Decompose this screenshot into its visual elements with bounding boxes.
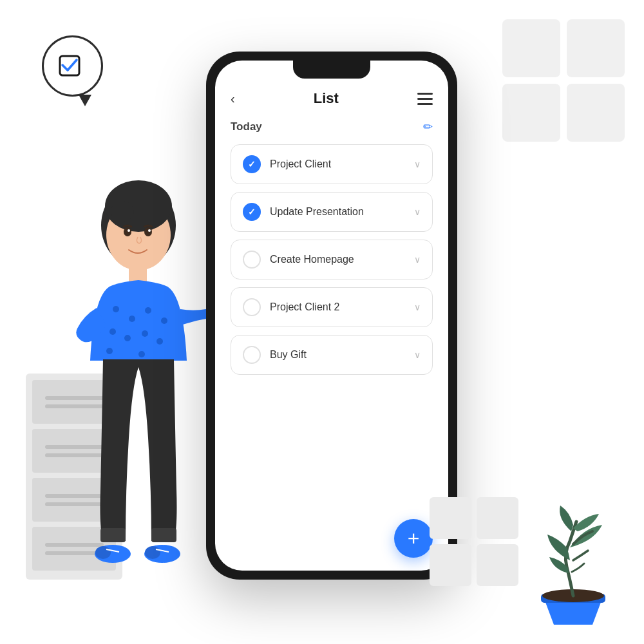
box-4 [477,544,518,586]
hamburger-menu-button[interactable] [417,93,433,105]
svg-point-11 [129,316,135,322]
svg-point-24 [95,546,111,559]
hamburger-line-1 [417,93,433,95]
task-chevron-3: ∨ [414,254,421,265]
app-title: List [314,90,339,107]
speech-bubble-circle [42,35,103,97]
task-chevron-1: ∨ [414,159,421,169]
task-name-1: Project Client [270,158,331,170]
hamburger-line-3 [417,103,433,105]
fab-container: + [231,509,433,558]
task-chevron-5: ∨ [414,350,421,360]
task-list: Project Client ∨ Update Presentation ∨ [231,144,433,509]
svg-point-14 [109,328,116,335]
grid-square-3 [502,84,560,142]
task-name-4: Project Client 2 [270,301,340,313]
svg-point-10 [113,306,119,312]
svg-point-6 [144,227,152,236]
grid-square-4 [567,84,625,142]
svg-rect-21 [100,528,126,542]
task-checkbox-2[interactable] [243,203,261,221]
task-checkbox-3[interactable] [243,251,261,269]
task-left-1: Project Client [243,155,331,173]
svg-point-17 [156,338,163,345]
phone-notch [293,61,370,79]
character-illustration [52,174,213,625]
task-name-3: Create Homepage [270,254,354,265]
task-checkbox-4[interactable] [243,298,261,316]
app-header: ‹ List [231,79,433,120]
svg-point-4 [111,201,134,222]
svg-point-7 [128,229,130,232]
svg-point-12 [145,307,151,314]
task-left-4: Project Client 2 [243,298,340,316]
phone-body: ‹ List Today ✏ [206,52,457,580]
task-item-2[interactable]: Update Presentation ∨ [231,192,433,232]
checkbox-icon [57,53,88,79]
task-left-2: Update Presentation [243,203,364,221]
grid-square-1 [502,19,560,77]
task-left-5: Buy Gift [243,346,307,364]
svg-point-8 [148,229,151,232]
svg-point-18 [106,348,113,354]
task-item-1[interactable]: Project Client ∨ [231,144,433,184]
speech-bubble [42,35,113,100]
app-content: ‹ List Today ✏ [215,79,448,571]
back-button[interactable]: ‹ [231,91,235,106]
section-title: Today [231,120,262,133]
task-item-4[interactable]: Project Client 2 ∨ [231,287,433,327]
phone-mockup: ‹ List Today ✏ [206,52,457,580]
box-3 [430,544,471,586]
plant-decoration [531,496,609,625]
svg-point-15 [124,335,131,341]
edit-icon[interactable]: ✏ [423,120,433,134]
svg-point-13 [161,317,167,324]
task-name-5: Buy Gift [270,349,307,361]
add-task-fab-button[interactable]: + [394,519,433,558]
box-2 [477,497,518,539]
decorative-grid-top-right [502,19,625,142]
task-checkbox-5[interactable] [243,346,261,364]
task-left-3: Create Homepage [243,251,354,269]
hamburger-line-2 [417,98,433,100]
svg-point-26 [145,546,160,559]
task-name-2: Update Presentation [270,206,364,218]
character-svg [52,142,225,625]
task-item-3[interactable]: Create Homepage ∨ [231,240,433,279]
grid-square-2 [567,19,625,77]
plant-svg [531,496,615,631]
svg-point-16 [142,330,148,337]
decorative-boxes-bottom-right [430,497,518,586]
svg-point-19 [138,351,145,357]
svg-rect-22 [151,528,176,542]
task-chevron-4: ∨ [414,302,421,312]
svg-point-5 [124,227,131,236]
task-checkbox-1[interactable] [243,155,261,173]
task-item-5[interactable]: Buy Gift ∨ [231,335,433,375]
task-chevron-2: ∨ [414,207,421,217]
box-1 [430,497,471,539]
phone-screen: ‹ List Today ✏ [215,61,448,571]
fab-plus-icon: + [408,528,420,549]
section-header: Today ✏ [231,120,433,134]
